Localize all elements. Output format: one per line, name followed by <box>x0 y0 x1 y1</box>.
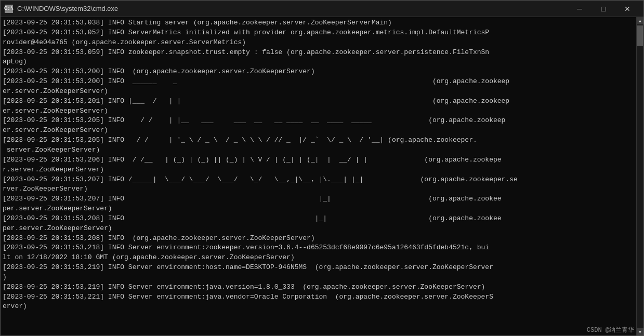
title-bar-left: C:\ C:\WINDOWS\system32\cmd.exe <box>5 5 118 13</box>
console-line: [2023-09-25 20:31:53,207] INFO |_| (org.… <box>3 194 634 204</box>
console-line: [2023-09-25 20:31:53,208] INFO |_| (org.… <box>3 214 634 224</box>
console-line: [2023-09-25 20:31:53,219] INFO Server en… <box>3 283 634 292</box>
console-line: [2023-09-25 20:31:53,218] INFO Server en… <box>3 243 634 253</box>
console-line: erver) <box>3 302 634 312</box>
watermark: CSDN @纳兰青华 <box>587 326 634 334</box>
window-title: C:\WINDOWS\system32\cmd.exe <box>17 5 118 12</box>
console-line: er.server.ZooKeeperServer) <box>3 87 634 97</box>
console-line: [2023-09-25 20:31:53,207] INFO /_____| \… <box>3 175 634 185</box>
console-line: [2023-09-25 20:31:53,205] INFO / / | |__… <box>3 116 634 126</box>
close-button[interactable]: ✕ <box>615 1 639 17</box>
console-line: [2023-09-25 20:31:53,208] INFO (org.apac… <box>3 234 634 244</box>
console-line: [2023-09-25 20:31:53,059] INFO zookeeper… <box>3 48 634 58</box>
cmd-icon: C:\ <box>5 5 13 13</box>
cmd-window: C:\ C:\WINDOWS\system32\cmd.exe ─ □ ✕ [2… <box>0 0 644 336</box>
console-line: per.server.ZooKeeperServer) <box>3 224 634 234</box>
console-line: er.server.ZooKeeperServer) <box>3 126 634 136</box>
console-line: [2023-09-25 20:31:53,038] INFO Starting … <box>3 18 634 28</box>
console-line: apLog) <box>3 57 634 67</box>
scrollbar[interactable]: ▲ ▼ <box>636 17 643 335</box>
console-line: [2023-09-25 20:31:53,052] INFO ServerMet… <box>3 28 634 38</box>
title-bar: C:\ C:\WINDOWS\system32\cmd.exe ─ □ ✕ <box>1 1 643 17</box>
scroll-up-arrow[interactable]: ▲ <box>637 17 644 24</box>
console-line: [2023-09-25 20:31:53,200] INFO ______ _ … <box>3 77 634 87</box>
console-content: [2023-09-25 20:31:53,038] INFO Starting … <box>1 17 636 335</box>
console-line: [2023-09-25 20:31:53,201] INFO |___ / | … <box>3 97 634 106</box>
console-line: lt on 12/18/2022 18:10 GMT (org.apache.z… <box>3 253 634 263</box>
console-line: ) <box>3 273 634 283</box>
console-line: server.ZooKeeperServer) <box>3 145 634 155</box>
console-line: rver.ZooKeeperServer) <box>3 184 634 194</box>
console-line: [2023-09-25 20:31:53,221] INFO Server en… <box>3 292 634 302</box>
console-line: [2023-09-25 20:31:53,205] INFO / / | '_ … <box>3 136 634 145</box>
console-line: [2023-09-25 20:31:53,206] INFO / /__ | (… <box>3 155 634 165</box>
minimize-button[interactable]: ─ <box>568 1 592 17</box>
console-line: rovider@4e04a765 (org.apache.zookeeper.s… <box>3 38 634 48</box>
window-controls[interactable]: ─ □ ✕ <box>568 1 639 17</box>
console-line: per.server.ZooKeeperServer) <box>3 204 634 214</box>
scrollbar-thumb[interactable] <box>637 25 643 46</box>
console-line: [2023-09-25 20:31:53,200] INFO (org.apac… <box>3 67 634 77</box>
console-line: er.server.ZooKeeperServer) <box>3 106 634 116</box>
console-line: [2023-09-25 20:31:53,219] INFO Server en… <box>3 263 634 273</box>
console-area: [2023-09-25 20:31:53,038] INFO Starting … <box>1 17 643 335</box>
scrollbar-track[interactable] <box>637 24 643 328</box>
scroll-down-arrow[interactable]: ▼ <box>637 328 644 335</box>
console-line: r.server.ZooKeeperServer) <box>3 165 634 175</box>
maximize-button[interactable]: □ <box>592 1 615 17</box>
